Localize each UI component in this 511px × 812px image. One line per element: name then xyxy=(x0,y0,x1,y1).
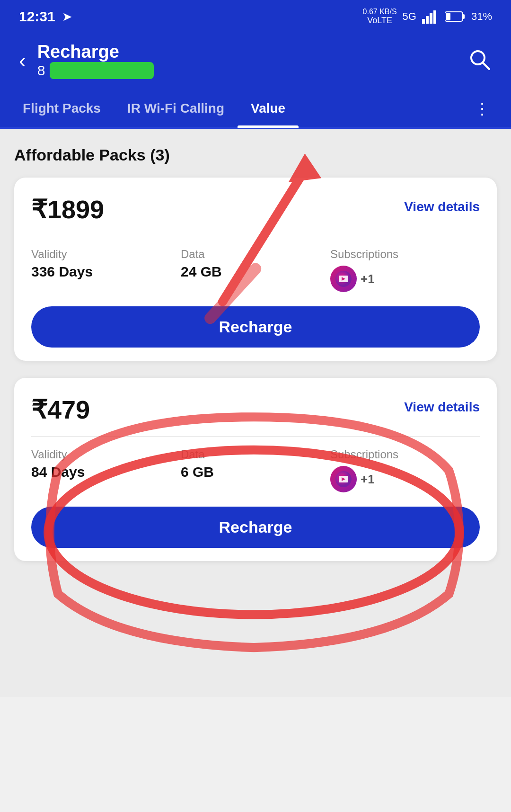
number-redacted xyxy=(50,62,154,79)
status-right: 0.67 KB/S VoLTE 5G 31% xyxy=(363,8,492,25)
subscription-icons-1: +1 xyxy=(330,266,480,292)
validity-col-2: Validity 84 Days xyxy=(31,448,181,480)
subscription-icon-1 xyxy=(330,266,357,292)
card-divider-2 xyxy=(31,436,480,437)
battery-icon xyxy=(445,11,466,22)
subscription-icon-2 xyxy=(330,466,357,492)
view-details-2[interactable]: View details xyxy=(404,400,480,415)
status-left: 12:31 ➤ xyxy=(19,9,72,25)
battery-percent: 31% xyxy=(471,10,492,23)
recharge-button-1[interactable]: Recharge xyxy=(31,306,480,348)
phone-number: 8 xyxy=(37,62,45,79)
phone-number-row: 8 xyxy=(37,62,154,79)
data-label-1: Data xyxy=(181,248,330,261)
status-bar: 12:31 ➤ 0.67 KB/S VoLTE 5G 31% xyxy=(0,0,511,33)
network-type: VoLTE xyxy=(367,16,392,26)
header: ‹ Recharge 8 xyxy=(0,33,511,89)
svg-rect-0 xyxy=(422,19,425,24)
pack-card-2: ₹479 View details Validity 84 Days Data … xyxy=(14,378,497,561)
recharge-button-2[interactable]: Recharge xyxy=(31,507,480,548)
pack-price-1: ₹1899 xyxy=(31,195,104,224)
section-title: Affordable Packs (3) xyxy=(14,146,497,164)
validity-col-1: Validity 336 Days xyxy=(31,248,181,280)
validity-value-1: 336 Days xyxy=(31,264,181,280)
card-top-2: ₹479 View details xyxy=(31,395,480,425)
header-left: ‹ Recharge 8 xyxy=(19,42,154,79)
tab-bar: Flight Packs IR Wi-Fi Calling Value ⋮ xyxy=(0,89,511,129)
svg-rect-2 xyxy=(430,13,432,24)
subscriptions-col-1: Subscriptions xyxy=(330,248,480,292)
data-speed-info: 0.67 KB/S VoLTE xyxy=(363,8,397,25)
search-icon xyxy=(467,47,492,72)
validity-value-2: 84 Days xyxy=(31,464,181,480)
tab-value[interactable]: Value xyxy=(238,90,299,126)
more-tabs-button[interactable]: ⋮ xyxy=(463,89,502,127)
generation-badge: 5G xyxy=(403,10,416,23)
svg-line-8 xyxy=(483,62,489,69)
validity-label-2: Validity xyxy=(31,448,181,461)
card-top-1: ₹1899 View details xyxy=(31,195,480,224)
location-icon: ➤ xyxy=(62,9,72,24)
header-title-block: Recharge 8 xyxy=(37,42,154,79)
search-button[interactable] xyxy=(467,47,492,74)
svg-rect-1 xyxy=(426,16,429,24)
subscription-extra-1: +1 xyxy=(361,272,375,286)
subscriptions-label-1: Subscriptions xyxy=(330,248,480,261)
svg-rect-5 xyxy=(463,14,465,19)
subscriptions-label-2: Subscriptions xyxy=(330,448,480,461)
streaming-icon xyxy=(335,271,352,287)
page-title: Recharge xyxy=(37,42,154,62)
pack-price-2: ₹479 xyxy=(31,395,90,425)
data-value-2: 6 GB xyxy=(181,464,330,480)
subscription-extra-2: +1 xyxy=(361,472,375,487)
card-divider-1 xyxy=(31,236,480,236)
signal-icon xyxy=(422,9,439,24)
tab-flight-packs[interactable]: Flight Packs xyxy=(9,90,114,126)
data-label-2: Data xyxy=(181,448,330,461)
data-col-2: Data 6 GB xyxy=(181,448,330,480)
view-details-1[interactable]: View details xyxy=(404,199,480,214)
data-value-1: 24 GB xyxy=(181,264,330,280)
subscription-icons-2: +1 xyxy=(330,466,480,492)
card-info-1: Validity 336 Days Data 24 GB Subscriptio… xyxy=(31,248,480,292)
main-content: Affordable Packs (3) ₹1899 View details … xyxy=(0,129,511,697)
status-time: 12:31 xyxy=(19,9,55,25)
validity-label-1: Validity xyxy=(31,248,181,261)
back-button[interactable]: ‹ xyxy=(19,50,26,71)
svg-rect-3 xyxy=(433,10,436,24)
subscriptions-col-2: Subscriptions xyxy=(330,448,480,492)
data-col-1: Data 24 GB xyxy=(181,248,330,280)
tab-ir-wifi-calling[interactable]: IR Wi-Fi Calling xyxy=(114,90,238,126)
streaming-icon-2 xyxy=(335,471,352,487)
data-speed: 0.67 KB/S xyxy=(363,8,397,16)
card-info-2: Validity 84 Days Data 6 GB Subscriptions xyxy=(31,448,480,492)
svg-rect-6 xyxy=(446,13,450,20)
pack-card-1: ₹1899 View details Validity 336 Days Dat… xyxy=(14,178,497,361)
